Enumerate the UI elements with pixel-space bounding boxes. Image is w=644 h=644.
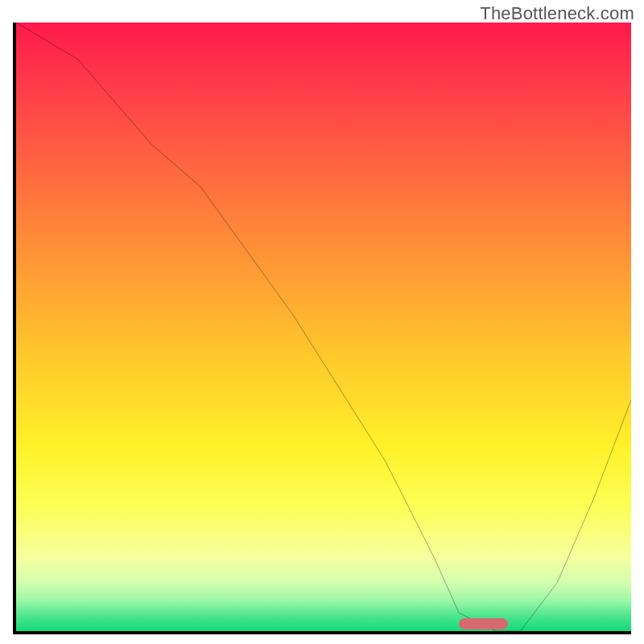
plot-area: [13, 23, 631, 634]
bottleneck-curve-path: [16, 23, 631, 631]
curve-layer: [16, 23, 631, 631]
watermark-text: TheBottleneck.com: [480, 3, 634, 24]
optimum-marker: [459, 618, 508, 630]
chart-container: TheBottleneck.com: [0, 0, 644, 644]
